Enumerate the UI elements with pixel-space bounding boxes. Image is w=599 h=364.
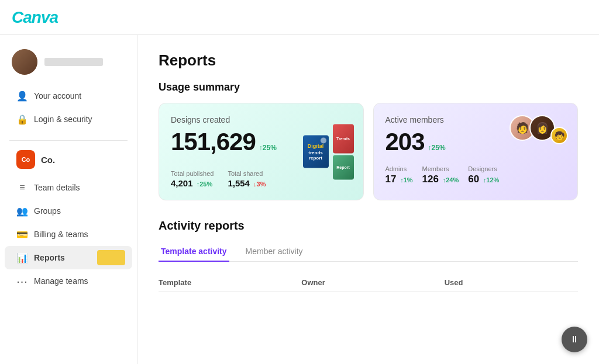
pause-icon: ⏸	[570, 334, 579, 345]
layout: 👤 Your account 🔒 Login & security Co Co.…	[0, 35, 599, 364]
designs-label: Designs created	[171, 115, 352, 124]
book-small-1: Trends	[333, 124, 354, 153]
sidebar-item-label: Billing & teams	[34, 230, 88, 239]
members-stat-sub: Admins 17 ↑1% Members 126 ↑24%	[385, 165, 566, 185]
avatar-image	[12, 49, 37, 75]
sidebar-item-label: Login & security	[34, 115, 92, 124]
designs-sub-published: Total published 4,201 ↑25%	[171, 170, 214, 188]
sidebar-divider	[9, 140, 128, 141]
shared-change: ↓3%	[253, 181, 266, 188]
th-used: Used	[445, 278, 578, 287]
tab-template-activity[interactable]: Template activity	[159, 242, 229, 262]
stats-grid: Designs created 151,629 ↑25% Digital tre…	[159, 103, 578, 200]
avatar	[12, 49, 37, 75]
sidebar-item-label: Manage teams	[34, 276, 88, 286]
designers-change: ↑12%	[483, 176, 500, 183]
designs-change: ↑25%	[259, 144, 277, 152]
admins-label: Admins	[385, 165, 413, 172]
admins-change: ↑1%	[400, 176, 412, 183]
sidebar-item-label: Reports	[34, 253, 65, 262]
activity-reports-title: Activity reports	[159, 219, 578, 233]
designs-number: 151,629	[171, 128, 256, 156]
published-value: 4,201 ↑25%	[171, 178, 214, 188]
groups-icon: 👥	[16, 205, 28, 217]
sidebar-item-groups[interactable]: 👥 Groups	[5, 199, 132, 223]
org-icon-letter: Co	[22, 156, 30, 163]
sidebar-item-billing-teams[interactable]: 💳 Billing & teams	[5, 223, 132, 246]
manage-teams-icon: ···	[16, 275, 28, 287]
shared-label: Total shared	[228, 170, 266, 177]
designs-sub-shared: Total shared 1,554 ↓3%	[228, 170, 266, 188]
sidebar: 👤 Your account 🔒 Login & security Co Co.…	[0, 35, 137, 364]
org-name: Co.	[41, 155, 55, 165]
book-small-2: Report	[333, 155, 354, 179]
th-owner: Owner	[301, 278, 435, 287]
members-change: ↑25%	[428, 144, 446, 152]
member-avatar-3: 🧒	[550, 127, 568, 144]
main-content: Reports Usage summary Designs created 15…	[137, 35, 599, 364]
user-name	[44, 58, 103, 66]
admins-stat: Admins 17 ↑1%	[385, 165, 413, 185]
designs-card: Designs created 151,629 ↑25% Digital tre…	[159, 103, 364, 200]
members-number: 203	[385, 128, 425, 156]
designers-label: Designers	[468, 165, 499, 172]
designers-stat: Designers 60 ↑12%	[468, 165, 499, 185]
published-label: Total published	[171, 170, 214, 177]
header: Canva	[0, 0, 599, 35]
org-icon: Co	[16, 150, 35, 169]
members-sub-label: Members	[422, 165, 459, 172]
sidebar-item-your-account[interactable]: 👤 Your account	[5, 84, 132, 108]
sidebar-item-manage-teams[interactable]: ··· Manage teams	[5, 269, 132, 293]
page-title: Reports	[159, 51, 578, 70]
reports-badge	[97, 250, 125, 265]
sidebar-item-team-details[interactable]: ≡ Team details	[5, 176, 132, 199]
lock-icon: 🔒	[16, 113, 28, 125]
members-sub-value: 126 ↑24%	[422, 174, 459, 185]
published-change: ↑25%	[197, 181, 213, 188]
reports-icon: 📊	[16, 252, 28, 264]
org-nav: ≡ Team details 👥 Groups 💳 Billing & team…	[0, 176, 137, 293]
members-sub-change: ↑24%	[443, 176, 459, 183]
user-profile	[0, 44, 137, 84]
sidebar-item-reports[interactable]: 📊 Reports	[5, 246, 132, 269]
account-icon: 👤	[16, 90, 28, 102]
sidebar-item-label: Team details	[34, 183, 80, 192]
th-template: Template	[159, 278, 292, 287]
team-details-icon: ≡	[16, 182, 28, 193]
member-avatars: 🧑 👩 🧒	[510, 115, 568, 144]
admins-value: 17 ↑1%	[385, 174, 413, 185]
members-card: Active members 🧑 👩 🧒 203 ↑25% Admins 17	[373, 103, 579, 200]
canva-logo: Canva	[12, 8, 58, 27]
sidebar-item-login-security[interactable]: 🔒 Login & security	[5, 108, 132, 131]
sidebar-item-label: Your account	[34, 91, 81, 100]
shared-value: 1,554 ↓3%	[228, 178, 266, 188]
activity-table-header: Template Owner Used	[159, 273, 578, 292]
members-sub-stat: Members 126 ↑24%	[422, 165, 459, 185]
pause-button[interactable]: ⏸	[562, 327, 587, 352]
book-digital-trends: Digital trends report	[303, 136, 329, 168]
personal-nav: 👤 Your account 🔒 Login & security	[0, 84, 137, 131]
usage-summary-title: Usage summary	[159, 81, 578, 93]
designers-value: 60 ↑12%	[468, 174, 499, 185]
org-section: Co Co.	[5, 145, 132, 174]
activity-tabs: Template activity Member activity	[159, 242, 578, 262]
tab-member-activity[interactable]: Member activity	[243, 242, 305, 262]
sidebar-item-label: Groups	[34, 206, 61, 216]
book-stack-small: Trends Report	[333, 124, 354, 179]
billing-icon: 💳	[16, 228, 28, 240]
designs-card-image: Digital trends report Trends Report	[303, 124, 354, 179]
